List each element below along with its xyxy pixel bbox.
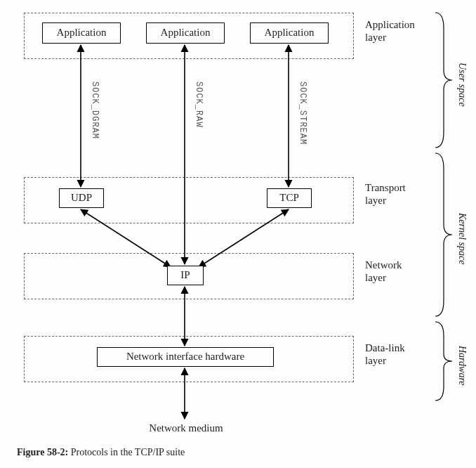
node-udp: UDP (59, 188, 104, 208)
arrows-svg (0, 0, 476, 468)
label-sock-raw: SOCK_RAW (194, 82, 204, 128)
label-kernel-space: Kernel space (456, 190, 468, 288)
figure-text: Protocols in the TCP/IP suite (68, 447, 185, 457)
label-user-space: User space (456, 42, 468, 126)
layer-label-network: Network layer (365, 259, 402, 284)
node-application-3: Application (250, 22, 329, 44)
label-hardware: Hardware (456, 337, 468, 394)
node-application-1: Application (42, 22, 121, 44)
layer-label-application: Application layer (365, 18, 415, 44)
node-ip: IP (167, 266, 204, 285)
node-application-2: Application (146, 22, 225, 44)
layer-label-datalink: Data-link layer (365, 342, 405, 367)
label-sock-dgram: SOCK_DGRAM (90, 82, 100, 139)
diagram-canvas: Application layer Transport layer Networ… (0, 0, 476, 468)
figure-number: Figure 58-2: (17, 447, 68, 457)
node-tcp: TCP (267, 188, 312, 208)
label-network-medium: Network medium (140, 422, 232, 434)
layer-label-transport: Transport layer (365, 181, 406, 207)
label-sock-stream: SOCK_STREAM (298, 82, 308, 145)
node-nih: Network interface hardware (97, 347, 274, 367)
figure-caption: Figure 58-2: Protocols in the TCP/IP sui… (17, 447, 185, 458)
